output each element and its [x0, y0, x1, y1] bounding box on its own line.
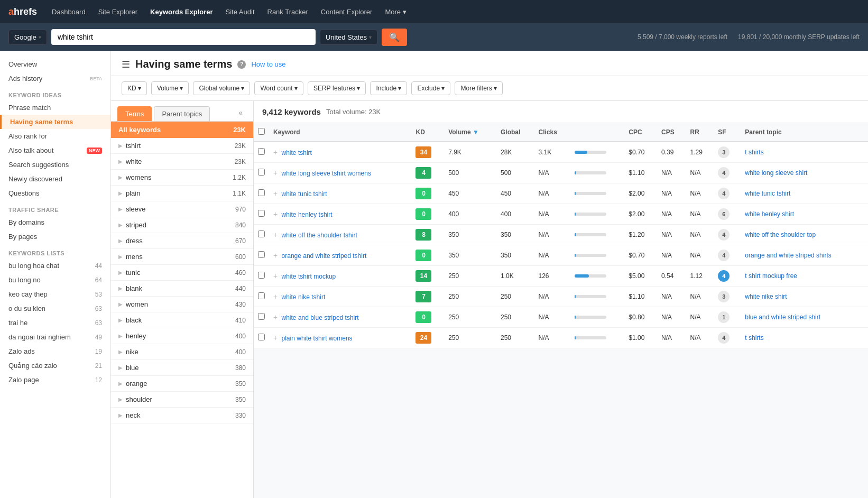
sidebar-item-also-talk-about[interactable]: Also talk about NEW	[0, 143, 110, 158]
tab-parent-topics[interactable]: Parent topics	[154, 106, 210, 121]
row-checkbox[interactable]	[258, 169, 265, 176]
add-keyword-icon[interactable]: +	[273, 334, 278, 342]
keyword-link[interactable]: white tshirt	[282, 149, 312, 156]
list-item[interactable]: ▶dress670	[111, 233, 253, 249]
keyword-link[interactable]: white tunic tshirt	[282, 190, 327, 198]
list-item[interactable]: ▶sleeve970	[111, 201, 253, 217]
th-clicks[interactable]: Clicks	[534, 123, 571, 142]
parent-topic-link[interactable]: t shirts	[745, 149, 763, 156]
sidebar-item-phrase-match[interactable]: Phrase match	[0, 100, 110, 115]
filter-kd[interactable]: KD ▾	[122, 81, 147, 95]
th-sf[interactable]: SF	[714, 123, 741, 142]
collapse-button[interactable]: «	[234, 106, 247, 121]
select-all-checkbox[interactable]	[258, 128, 265, 135]
engine-selector[interactable]: Google ▾	[8, 30, 47, 45]
add-keyword-icon[interactable]: +	[273, 189, 278, 198]
keyword-link[interactable]: white long sleeve tshirt womens	[282, 170, 371, 177]
th-cpc[interactable]: CPC	[624, 123, 657, 142]
th-rr[interactable]: RR	[686, 123, 714, 142]
nav-content-explorer[interactable]: Content Explorer	[317, 6, 377, 18]
list-item[interactable]: ▶tunic460	[111, 265, 253, 281]
sidebar-item-list-4[interactable]: o du su kien63	[0, 301, 110, 316]
parent-topic-link[interactable]: t shirt mockup free	[745, 272, 797, 280]
filter-global-volume[interactable]: Global volume ▾	[193, 81, 250, 95]
nav-dashboard[interactable]: Dashboard	[48, 6, 90, 18]
add-keyword-icon[interactable]: +	[273, 230, 278, 239]
sidebar-item-overview[interactable]: Overview	[0, 57, 110, 71]
parent-topic-link[interactable]: blue and white striped shirt	[745, 313, 820, 321]
filter-exclude[interactable]: Exclude ▾	[411, 81, 450, 95]
add-keyword-icon[interactable]: +	[273, 148, 278, 156]
parent-topic-link[interactable]: white nike shirt	[745, 293, 787, 300]
parent-topic-link[interactable]: white long sleeve shirt	[745, 169, 807, 177]
nav-more[interactable]: More ▾	[381, 6, 410, 18]
sidebar-item-list-8[interactable]: Quảng cáo zalo21	[0, 358, 110, 373]
keyword-link[interactable]: white and blue striped tshirt	[282, 314, 359, 321]
keyword-link[interactable]: white tshirt mockup	[282, 273, 336, 280]
list-item[interactable]: ▶mens600	[111, 249, 253, 265]
filter-serp-features[interactable]: SERP features ▾	[308, 81, 366, 95]
th-kd[interactable]: KD	[411, 123, 444, 142]
row-checkbox[interactable]	[258, 189, 265, 196]
row-checkbox[interactable]	[258, 148, 265, 155]
sidebar-item-list-7[interactable]: Zalo ads19	[0, 344, 110, 358]
sidebar-item-by-pages[interactable]: By pages	[0, 229, 110, 244]
row-checkbox[interactable]	[258, 210, 265, 217]
tab-terms[interactable]: Terms	[117, 106, 152, 121]
sidebar-item-also-rank-for[interactable]: Also rank for	[0, 129, 110, 143]
th-global[interactable]: Global	[496, 123, 534, 142]
keyword-link[interactable]: orange and white striped tshirt	[282, 252, 367, 260]
list-item[interactable]: ▶orange350	[111, 376, 253, 392]
search-input[interactable]	[51, 29, 316, 45]
keyword-link[interactable]: white off the shoulder tshirt	[282, 232, 357, 239]
add-keyword-icon[interactable]: +	[273, 292, 278, 301]
list-item[interactable]: ▶blue380	[111, 360, 253, 376]
th-parent-topic[interactable]: Parent topic	[741, 123, 868, 142]
list-item[interactable]: ▶nike400	[111, 344, 253, 360]
list-item[interactable]: ▶black410	[111, 312, 253, 328]
row-checkbox[interactable]	[258, 334, 265, 340]
row-checkbox[interactable]	[258, 313, 265, 320]
sidebar-item-list-6[interactable]: da ngoai trai nghiem49	[0, 330, 110, 344]
sidebar-item-list-9[interactable]: Zalo page12	[0, 373, 110, 387]
row-checkbox[interactable]	[258, 292, 265, 299]
list-item[interactable]: ▶shoulder350	[111, 392, 253, 408]
country-selector[interactable]: United States ▾	[320, 30, 377, 45]
hamburger-icon[interactable]: ☰	[122, 59, 130, 70]
search-button[interactable]: 🔍	[382, 29, 407, 46]
nav-site-audit[interactable]: Site Audit	[221, 6, 259, 18]
add-keyword-icon[interactable]: +	[273, 210, 278, 218]
keyword-link[interactable]: white henley tshirt	[282, 211, 333, 218]
list-item[interactable]: ▶women430	[111, 297, 253, 312]
list-item[interactable]: ▶tshirt23K	[111, 138, 253, 154]
th-cps[interactable]: CPS	[657, 123, 686, 142]
list-item[interactable]: ▶henley400	[111, 328, 253, 344]
nav-keywords-explorer[interactable]: Keywords Explorer	[146, 6, 217, 18]
list-item[interactable]: ▶neck330	[111, 408, 253, 423]
nav-rank-tracker[interactable]: Rank Tracker	[263, 6, 312, 18]
keyword-link[interactable]: white nike tshirt	[282, 293, 326, 301]
sidebar-item-list-5[interactable]: trai he63	[0, 316, 110, 330]
add-keyword-icon[interactable]: +	[273, 313, 278, 321]
sidebar-item-list-2[interactable]: bu long no64	[0, 273, 110, 287]
how-to-link[interactable]: How to use	[251, 60, 285, 68]
list-item[interactable]: ▶white23K	[111, 154, 253, 170]
row-checkbox[interactable]	[258, 230, 265, 237]
parent-topic-link[interactable]: white henley shirt	[745, 210, 794, 218]
sidebar-item-having-same-terms[interactable]: Having same terms	[0, 115, 110, 129]
th-volume[interactable]: Volume ▼	[444, 123, 496, 142]
sidebar-item-questions[interactable]: Questions	[0, 186, 110, 200]
add-keyword-icon[interactable]: +	[273, 169, 278, 177]
filter-word-count[interactable]: Word count ▾	[254, 81, 303, 95]
add-keyword-icon[interactable]: +	[273, 272, 278, 280]
row-checkbox[interactable]	[258, 272, 265, 279]
parent-topic-link[interactable]: white tunic tshirt	[745, 190, 790, 197]
sidebar-item-by-domains[interactable]: By domains	[0, 215, 110, 229]
list-item[interactable]: ▶striped840	[111, 217, 253, 233]
sidebar-item-newly-discovered[interactable]: Newly discovered	[0, 172, 110, 186]
sidebar-item-list-1[interactable]: bu long hoa chat44	[0, 259, 110, 273]
parent-topic-link[interactable]: orange and white striped shirts	[745, 252, 831, 259]
parent-topic-link[interactable]: t shirts	[745, 334, 763, 342]
add-keyword-icon[interactable]: +	[273, 251, 278, 260]
parent-topic-link[interactable]: white off the shoulder top	[745, 231, 816, 238]
